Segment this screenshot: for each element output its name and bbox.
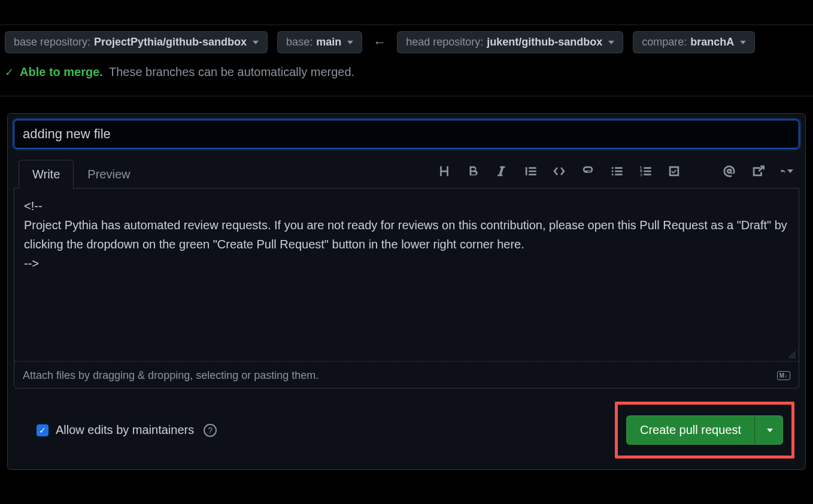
link-icon[interactable] [581,165,594,178]
compare-branch-selector[interactable]: compare: branchA [633,31,755,53]
merge-status-auto: These branches can be automatically merg… [109,65,354,79]
base-branch-label: base: [286,36,313,48]
editor-tabs: Write Preview [19,159,144,188]
check-icon: ✓ [5,66,14,79]
pull-request-form: Write Preview Attach files by dragging &… [7,113,806,470]
heading-icon[interactable] [438,165,451,178]
create-pull-request-button[interactable]: Create pull request [626,415,783,445]
markdown-badge-icon[interactable]: M↓ [777,371,790,380]
arrow-left-icon: ← [372,35,387,50]
base-repo-value: ProjectPythia/github-sandbox [94,36,247,48]
attach-files-hint[interactable]: Attach files by dragging & dropping, sel… [14,363,799,388]
caret-down-icon [608,41,614,44]
caret-down-icon [740,41,746,44]
head-repository-selector[interactable]: head repository: jukent/github-sandbox [397,31,623,53]
task-list-icon[interactable] [668,165,681,178]
base-branch-selector[interactable]: base: main [277,31,362,53]
merge-status-able: Able to merge. [20,65,103,79]
head-repo-label: head repository: [406,36,483,48]
italic-icon[interactable] [495,165,508,178]
reply-icon[interactable] [780,165,793,178]
branch-selector-row: base repository: ProjectPythia/github-sa… [0,25,813,59]
base-repo-label: base repository: [14,36,90,48]
tab-write[interactable]: Write [19,160,74,189]
unordered-list-icon[interactable] [610,165,623,178]
editor-header: Write Preview [14,159,799,189]
quote-icon[interactable] [524,165,537,178]
compare-branch-value: branchA [690,36,734,48]
code-icon[interactable] [553,165,566,178]
mention-icon[interactable] [723,165,736,178]
markdown-toolbar [438,165,799,183]
checkbox-checked-icon: ✓ [37,424,48,436]
caret-down-icon [253,41,259,44]
help-icon[interactable]: ? [204,424,217,437]
allow-edits-checkbox[interactable]: ✓ Allow edits by maintainers ? [37,423,217,437]
caret-down-icon [767,429,773,432]
head-repo-value: jukent/github-sandbox [487,36,602,48]
allow-edits-label: Allow edits by maintainers [56,423,194,437]
compare-branch-label: compare: [642,36,687,48]
ordered-list-icon[interactable] [639,165,652,178]
body-editor-wrap: Attach files by dragging & dropping, sel… [14,188,799,388]
cross-reference-icon[interactable] [751,165,765,178]
top-bar [0,0,813,25]
base-branch-value: main [316,36,341,48]
submit-highlight-box: Create pull request [615,402,794,459]
merge-status: ✓ Able to merge. These branches can be a… [0,59,813,96]
caret-down-icon [347,41,353,44]
pr-title-input[interactable] [14,120,799,148]
bold-icon[interactable] [466,165,480,178]
tab-preview[interactable]: Preview [74,160,144,189]
create-pr-dropdown-toggle[interactable] [754,416,782,444]
base-repository-selector[interactable]: base repository: ProjectPythia/github-sa… [5,31,268,53]
form-footer: ✓ Allow edits by maintainers ? Create pu… [14,388,799,463]
create-pr-label: Create pull request [627,416,754,444]
pr-body-textarea[interactable] [14,188,799,362]
attach-hint-text: Attach files by dragging & dropping, sel… [23,369,318,382]
